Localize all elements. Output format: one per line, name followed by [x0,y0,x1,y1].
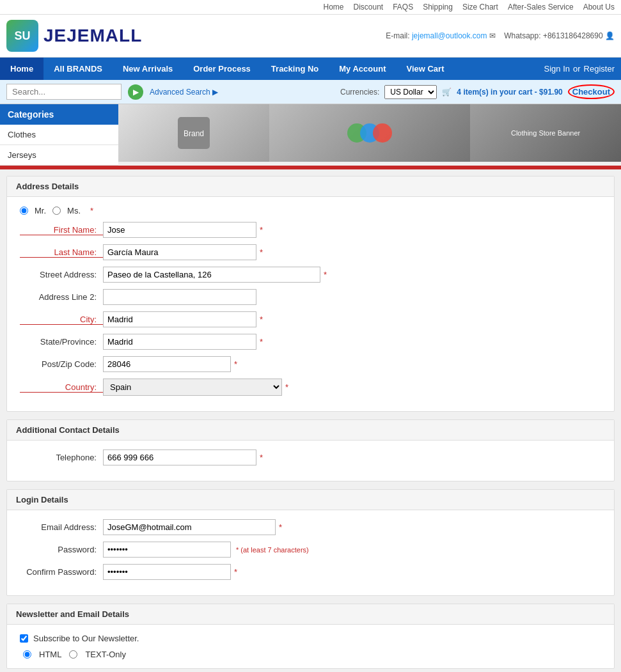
top-bar: Home Discount FAQS Shipping Size Chart A… [0,0,621,15]
currencies-label: Currencies: [340,88,379,97]
telephone-input[interactable] [103,449,256,465]
city-label: City: [20,315,103,325]
telephone-label: Telephone: [20,453,103,462]
nav-view-cart[interactable]: View Cart [396,58,454,80]
sidebar: Categories Clothes Jerseys [0,104,118,166]
topbar-after-sales[interactable]: After-Sales Service [508,3,574,12]
email-address-input[interactable] [103,519,276,535]
country-label: Country: [20,382,103,393]
zip-row: Post/Zip Code: * [20,356,601,372]
contact-section: Additional Contact Details Telephone: * [6,419,615,481]
first-name-row: First Name: * [20,222,601,238]
zip-label: Post/Zip Code: [20,359,103,369]
salutation-ms-radio[interactable] [52,207,61,215]
svg-text:Brand: Brand [184,129,204,138]
address-section: Address Details Mr. Ms. * First Name: * … [6,176,615,412]
register-link[interactable]: Register [584,64,615,74]
zip-required: * [234,359,237,369]
search-button[interactable]: ▶ [128,84,143,100]
last-name-input[interactable] [103,244,256,260]
confirm-password-row: Confirm Password: * [20,564,601,580]
currencies-control: Currencies: US Dollar 🛒 4 item(s) in you… [340,84,615,99]
text-format-label: TEXT-Only [85,650,126,659]
nav-brands[interactable]: All BRANDS [43,58,113,80]
subscribe-label: Subscribe to Our Newsletter. [33,634,139,643]
nav-tracking[interactable]: Tracking No [261,58,329,80]
email-required: * [279,522,282,532]
banner-area: Categories Clothes Jerseys Brand Clothin… [0,104,621,166]
login-section: Login Details Email Address: * Password:… [6,489,615,596]
password-input[interactable] [103,542,231,558]
cart-count[interactable]: 4 item(s) in your cart - $91.90 [457,88,562,97]
format-row: HTML TEXT-Only [23,650,601,659]
header: SU JEJEMALL E-mail: jejemall@outlook.com… [0,15,621,58]
login-section-body: Email Address: * Password: * (at least 7… [7,510,614,595]
street-row: Street Address: * [20,267,601,283]
street-required: * [324,270,327,279]
country-row: Country: Spain United States United King… [20,379,601,396]
sidebar-title: Categories [0,104,118,125]
city-row: City: * [20,311,601,327]
nav-new-arrivals[interactable]: New Arrivals [113,58,183,80]
nav-order-process[interactable]: Order Process [183,58,261,80]
address2-input[interactable] [103,289,256,305]
topbar-about-us[interactable]: About Us [583,3,615,12]
email-link[interactable]: jejemall@outlook.com [412,31,487,40]
city-input[interactable] [103,311,256,327]
zip-input[interactable] [103,356,231,372]
cart-info: 4 item(s) in your cart - $91.90 [457,88,562,97]
confirm-password-input[interactable] [103,564,231,580]
topbar-faqs[interactable]: FAQS [393,3,413,12]
country-select[interactable]: Spain United States United Kingdom Germa… [103,379,282,396]
address-section-body: Mr. Ms. * First Name: * Last Name: * Str… [7,197,614,411]
logo-icon: SU [6,20,38,52]
or-text: or [573,64,581,74]
subscribe-checkbox[interactable] [20,634,28,643]
country-required: * [285,382,288,392]
sidebar-item-clothes[interactable]: Clothes [0,125,118,145]
state-required: * [260,337,263,347]
banner: Brand Clothing Store Banner [118,104,621,162]
street-input[interactable] [103,267,320,283]
email-label: E-mail: [386,31,409,40]
topbar-shipping[interactable]: Shipping [423,3,453,12]
salutation-ms-label: Ms. [67,206,81,215]
newsletter-section: Newsletter and Email Details Subscribe t… [6,604,615,669]
main-content: Address Details Mr. Ms. * First Name: * … [0,169,621,672]
nav-home[interactable]: Home [0,58,43,80]
text-format-radio[interactable] [69,650,77,659]
first-name-required: * [260,225,263,235]
topbar-discount[interactable]: Discount [353,3,383,12]
state-input[interactable] [103,334,256,350]
logo: SU JEJEMALL [6,20,142,52]
password-hint: * (at least 7 characters) [236,546,309,554]
newsletter-section-header: Newsletter and Email Details [7,604,614,625]
email-row: Email Address: * [20,519,601,535]
search-input[interactable] [6,84,122,100]
html-format-label: HTML [39,650,61,659]
contact-section-body: Telephone: * [7,441,614,481]
newsletter-section-body: Subscribe to Our Newsletter. HTML TEXT-O… [7,625,614,668]
address-section-header: Address Details [7,176,614,197]
salutation-mr-radio[interactable] [20,207,28,215]
street-label: Street Address: [20,270,103,279]
nav-my-account[interactable]: My Account [329,58,396,80]
city-required: * [260,315,263,324]
advanced-search-link[interactable]: Advanced Search ▶ [150,88,218,97]
contact-section-header: Additional Contact Details [7,420,614,441]
checkout-link[interactable]: Checkout [568,84,615,99]
last-name-row: Last Name: * [20,244,601,260]
logo-abbr: SU [14,29,30,43]
currency-select[interactable]: US Dollar [384,85,437,99]
topbar-size-chart[interactable]: Size Chart [462,3,498,12]
main-nav: Home All BRANDS New Arrivals Order Proce… [0,58,621,80]
html-format-radio[interactable] [23,650,31,659]
signin-link[interactable]: Sign In [544,64,570,74]
login-section-header: Login Details [7,490,614,510]
first-name-input[interactable] [103,222,256,238]
topbar-home[interactable]: Home [323,3,343,12]
telephone-required: * [260,453,263,462]
address2-label: Address Line 2: [20,292,103,302]
logo-text: JEJEMALL [43,26,142,46]
sidebar-item-jerseys[interactable]: Jerseys [0,145,118,166]
